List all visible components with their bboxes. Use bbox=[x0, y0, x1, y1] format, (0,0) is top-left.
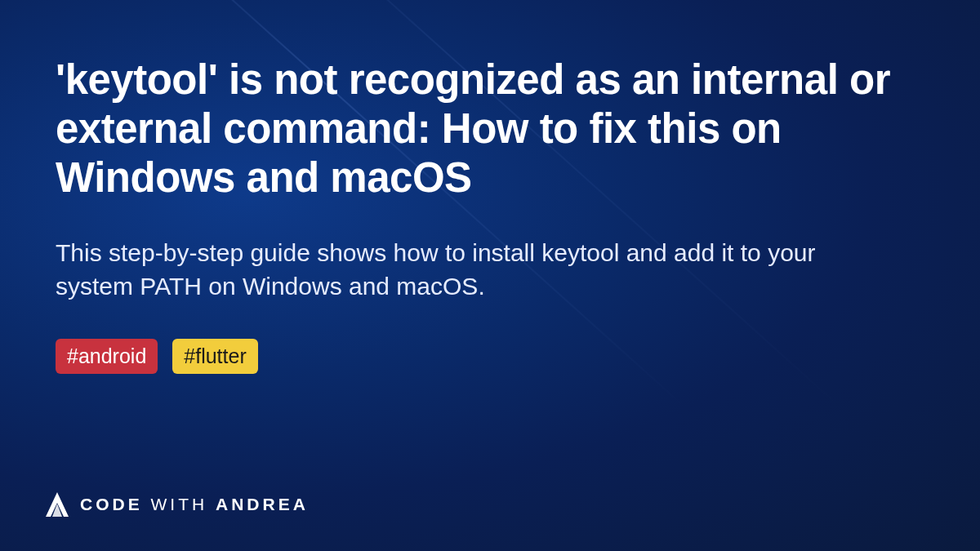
brand-footer: CODE WITH ANDREA bbox=[46, 492, 309, 517]
article-card: 'keytool' is not recognized as an intern… bbox=[56, 56, 924, 374]
tag-android: #android bbox=[56, 339, 158, 374]
article-subtitle: This step-by-step guide shows how to ins… bbox=[56, 236, 889, 304]
brand-wordmark: CODE WITH ANDREA bbox=[80, 495, 309, 514]
tag-list: #android #flutter bbox=[56, 339, 924, 374]
article-title: 'keytool' is not recognized as an intern… bbox=[56, 56, 924, 203]
tag-flutter: #flutter bbox=[172, 339, 257, 374]
brand-logo-icon bbox=[46, 492, 69, 517]
